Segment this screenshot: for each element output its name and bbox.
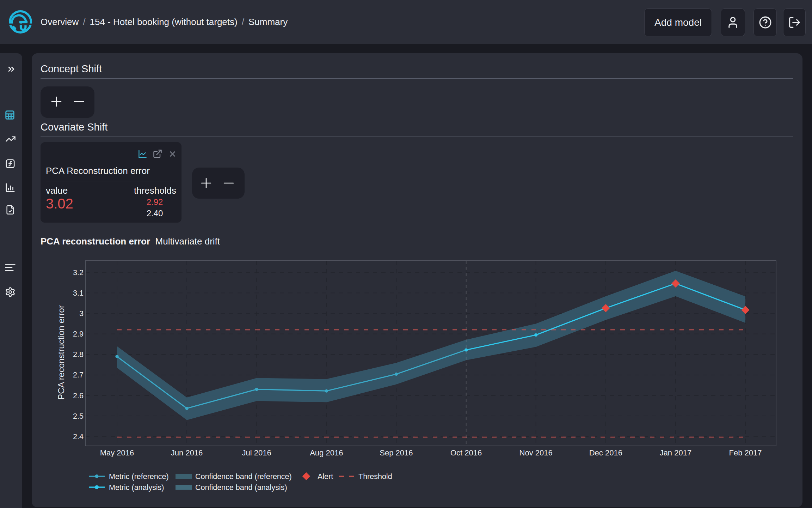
svg-text:Aug 2016: Aug 2016 bbox=[310, 448, 343, 457]
svg-text:Nov 2016: Nov 2016 bbox=[519, 448, 553, 457]
svg-text:Sep 2016: Sep 2016 bbox=[380, 448, 413, 457]
svg-text:Metric (analysis): Metric (analysis) bbox=[109, 483, 164, 492]
svg-text:3.1: 3.1 bbox=[73, 289, 84, 297]
svg-text:2.4: 2.4 bbox=[73, 433, 84, 441]
svg-text:2.9: 2.9 bbox=[73, 330, 84, 338]
svg-text:Confidence band (reference): Confidence band (reference) bbox=[195, 472, 292, 481]
svg-text:May 2016: May 2016 bbox=[100, 448, 134, 457]
svg-text:3: 3 bbox=[79, 309, 84, 318]
svg-text:Oct 2016: Oct 2016 bbox=[450, 448, 482, 457]
svg-text:PCA reconstruction error: PCA reconstruction error bbox=[56, 305, 66, 400]
svg-text:2.7: 2.7 bbox=[73, 371, 84, 379]
svg-text:2.6: 2.6 bbox=[73, 392, 84, 400]
svg-text:Metric (reference): Metric (reference) bbox=[109, 472, 169, 481]
svg-text:Dec 2016: Dec 2016 bbox=[589, 448, 622, 457]
svg-text:Threshold: Threshold bbox=[358, 472, 392, 481]
svg-text:2.8: 2.8 bbox=[73, 350, 84, 359]
svg-text:Jan 2017: Jan 2017 bbox=[660, 448, 692, 457]
svg-text:3.2: 3.2 bbox=[73, 268, 84, 277]
svg-text:2.5: 2.5 bbox=[73, 412, 84, 421]
svg-text:Confidence band (analysis): Confidence band (analysis) bbox=[195, 483, 287, 492]
svg-text:Feb 2017: Feb 2017 bbox=[729, 448, 762, 457]
svg-text:Jun 2016: Jun 2016 bbox=[171, 448, 203, 457]
svg-text:Jul 2016: Jul 2016 bbox=[242, 448, 271, 457]
svg-text:Alert: Alert bbox=[318, 472, 333, 481]
